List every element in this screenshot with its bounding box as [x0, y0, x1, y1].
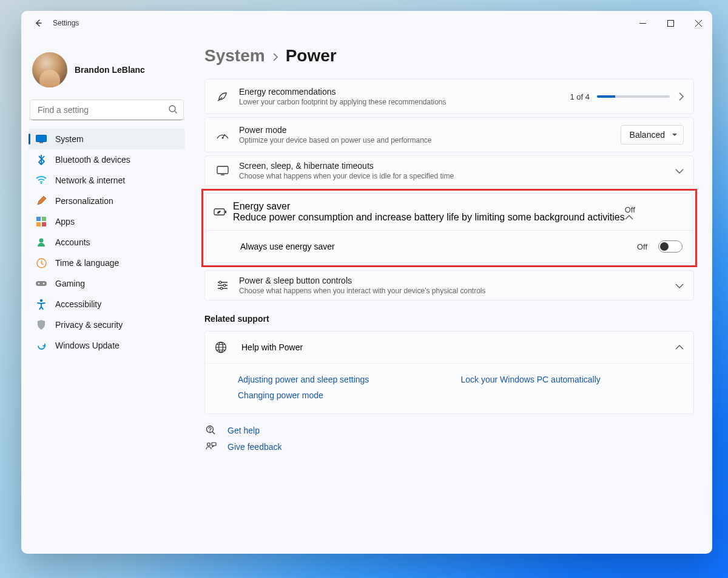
- toggle-label: Always use energy saver: [240, 242, 335, 251]
- energy-saver-card: Energy saver Reduce power consumption an…: [206, 193, 693, 263]
- svg-point-1: [169, 106, 175, 112]
- energy-saver-status: Off: [625, 205, 635, 214]
- svg-rect-6: [42, 217, 46, 221]
- sidebar-item-time[interactable]: Time & language: [29, 253, 185, 273]
- help-icon: [206, 425, 217, 436]
- sidebar-item-personalization[interactable]: Personalization: [29, 191, 185, 211]
- get-help-row: Get help: [206, 425, 694, 436]
- help-link-power-sleep[interactable]: Adjusting power and sleep settings: [238, 375, 461, 384]
- apps-icon: [36, 216, 47, 227]
- power-mode-select[interactable]: Balanced: [621, 125, 684, 144]
- svg-rect-18: [225, 211, 226, 213]
- card-title: Screen, sleep, & hibernate timeouts: [239, 161, 454, 171]
- svg-rect-2: [36, 135, 47, 142]
- progress-indicator: 1 of 4: [570, 92, 670, 101]
- sidebar-item-bluetooth[interactable]: Bluetooth & devices: [29, 149, 185, 170]
- help-link-lock-pc[interactable]: Lock your Windows PC automatically: [461, 375, 684, 384]
- card-subtitle: Lower your carbon footprint by applying …: [239, 98, 447, 106]
- help-header[interactable]: Help with Power: [205, 332, 693, 363]
- energy-saver-header[interactable]: Energy saver Reduce power consumption an…: [206, 194, 692, 230]
- gamepad-icon: [36, 278, 47, 289]
- sidebar-item-system[interactable]: System: [29, 129, 185, 149]
- sidebar-item-update[interactable]: Windows Update: [29, 335, 185, 356]
- maximize-button[interactable]: [656, 11, 684, 35]
- svg-point-25: [209, 431, 210, 432]
- sidebar-item-apps[interactable]: Apps: [29, 211, 185, 232]
- get-help-link[interactable]: Get help: [228, 426, 260, 435]
- sidebar-item-label: Network & internet: [55, 175, 125, 185]
- profile[interactable]: Brandon LeBlanc: [29, 44, 185, 100]
- sidebar-nav: System Bluetooth & devices Network & int…: [29, 129, 185, 356]
- main-pane: System Power Energy recommendations Lowe…: [192, 35, 712, 554]
- wifi-icon: [36, 175, 47, 186]
- globe-icon: [215, 341, 232, 353]
- svg-point-15: [222, 137, 224, 139]
- energy-recommendations-card[interactable]: Energy recommendations Lower your carbon…: [204, 79, 694, 114]
- progress-text: 1 of 4: [570, 92, 590, 101]
- timeouts-card[interactable]: Screen, sleep, & hibernate timeouts Choo…: [204, 155, 694, 186]
- sidebar-item-accounts[interactable]: Accounts: [29, 232, 185, 253]
- svg-point-12: [38, 283, 39, 284]
- chevron-down-icon: [675, 283, 684, 288]
- help-title: Help with Power: [241, 342, 303, 352]
- svg-rect-11: [36, 281, 47, 286]
- breadcrumb-parent[interactable]: System: [204, 46, 265, 66]
- toggle-state: Off: [637, 242, 647, 251]
- svg-rect-16: [217, 166, 228, 174]
- help-card: Help with Power Adjusting power and slee…: [204, 331, 694, 414]
- power-mode-card: Power mode Optimize your device based on…: [204, 117, 694, 152]
- sidebar-item-label: Privacy & security: [55, 320, 123, 330]
- back-button[interactable]: [32, 17, 44, 29]
- search-input[interactable]: [30, 100, 184, 120]
- help-link-power-mode[interactable]: Changing power mode: [238, 390, 461, 400]
- related-support-heading: Related support: [204, 314, 694, 324]
- minimize-icon: [639, 20, 646, 27]
- card-subtitle: Choose what happens when you interact wi…: [239, 287, 486, 295]
- card-title: Energy saver: [233, 201, 625, 212]
- sidebar-item-privacy[interactable]: Privacy & security: [29, 314, 185, 335]
- sidebar-item-label: Time & language: [55, 258, 119, 268]
- clock-icon: [36, 257, 47, 268]
- settings-window: Settings Brandon LeBlanc: [21, 11, 712, 554]
- maximize-icon: [667, 20, 674, 27]
- monitor-icon: [36, 134, 47, 144]
- person-icon: [36, 237, 47, 248]
- chevron-up-icon: [675, 345, 684, 350]
- feedback-icon: [206, 442, 217, 452]
- svg-point-19: [219, 281, 221, 284]
- svg-point-20: [223, 284, 226, 287]
- svg-point-14: [40, 299, 42, 302]
- sidebar-item-label: Bluetooth & devices: [55, 155, 130, 165]
- sidebar-item-label: Apps: [55, 217, 75, 226]
- sidebar-item-accessibility[interactable]: Accessibility: [29, 294, 185, 314]
- breadcrumb: System Power: [204, 46, 694, 66]
- feedback-link[interactable]: Give feedback: [228, 442, 282, 452]
- sidebar-item-network[interactable]: Network & internet: [29, 170, 185, 191]
- sidebar-item-label: Gaming: [55, 279, 85, 288]
- svg-rect-5: [36, 217, 41, 221]
- shield-icon: [36, 319, 47, 330]
- leaf-icon: [212, 91, 233, 102]
- progress-bar: [597, 95, 670, 98]
- chevron-down-icon: [675, 168, 684, 174]
- energy-saver-body: Always use energy saver Off: [206, 230, 692, 262]
- svg-point-26: [207, 443, 211, 446]
- svg-rect-7: [36, 222, 41, 226]
- svg-point-13: [43, 283, 44, 284]
- minimize-button[interactable]: [629, 11, 656, 35]
- search-icon: [168, 104, 178, 114]
- bluetooth-icon: [36, 154, 47, 165]
- svg-rect-8: [42, 222, 46, 226]
- button-controls-card[interactable]: Power & sleep button controls Choose wha…: [204, 270, 694, 301]
- energy-saver-toggle[interactable]: [658, 240, 682, 253]
- sidebar: Brandon LeBlanc System Bluetooth & devic…: [21, 35, 192, 554]
- svg-rect-27: [212, 443, 216, 446]
- sidebar-item-label: Accounts: [55, 237, 90, 247]
- close-button[interactable]: [684, 11, 712, 35]
- svg-point-4: [41, 183, 42, 184]
- arrow-left-icon: [33, 18, 43, 28]
- sidebar-item-gaming[interactable]: Gaming: [29, 273, 185, 294]
- svg-rect-3: [39, 142, 43, 143]
- sliders-icon: [212, 280, 233, 290]
- card-subtitle: Optimize your device based on power use …: [239, 136, 432, 144]
